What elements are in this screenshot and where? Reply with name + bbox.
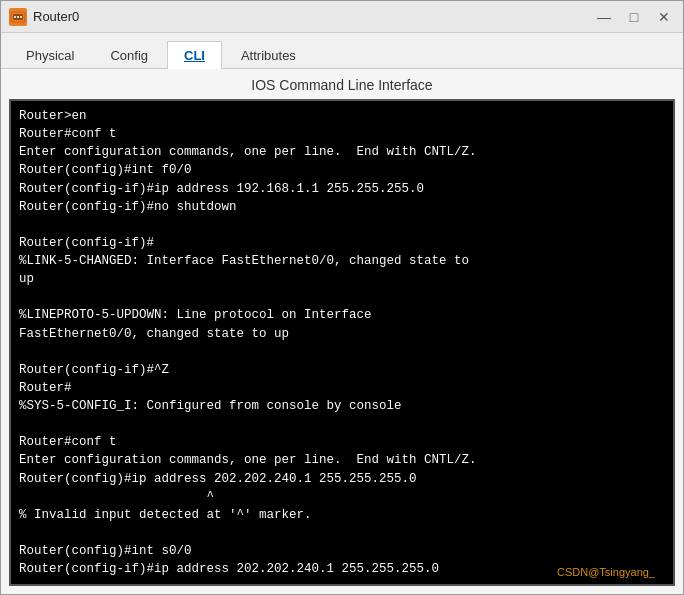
cli-container[interactable]: Router>en Router#conf t Enter configurat… (9, 99, 675, 586)
tab-config[interactable]: Config (93, 41, 165, 69)
tab-physical[interactable]: Physical (9, 41, 91, 69)
tab-bar: Physical Config CLI Attributes (1, 33, 683, 69)
window-title: Router0 (33, 9, 593, 24)
window-controls: — □ ✕ (593, 6, 675, 28)
section-title: IOS Command Line Interface (1, 69, 683, 99)
maximize-button[interactable]: □ (623, 6, 645, 28)
svg-point-2 (14, 16, 16, 18)
title-bar: Router0 — □ ✕ (1, 1, 683, 33)
router-window: Router0 — □ ✕ Physical Config CLI Attrib… (0, 0, 684, 595)
watermark: CSDN@Tsingyang_ (557, 566, 655, 578)
svg-point-3 (17, 16, 19, 18)
cli-output[interactable]: Router>en Router#conf t Enter configurat… (11, 101, 673, 584)
close-button[interactable]: ✕ (653, 6, 675, 28)
tab-attributes[interactable]: Attributes (224, 41, 313, 69)
minimize-button[interactable]: — (593, 6, 615, 28)
tab-cli[interactable]: CLI (167, 41, 222, 69)
app-icon (9, 8, 27, 26)
svg-point-4 (20, 16, 22, 18)
